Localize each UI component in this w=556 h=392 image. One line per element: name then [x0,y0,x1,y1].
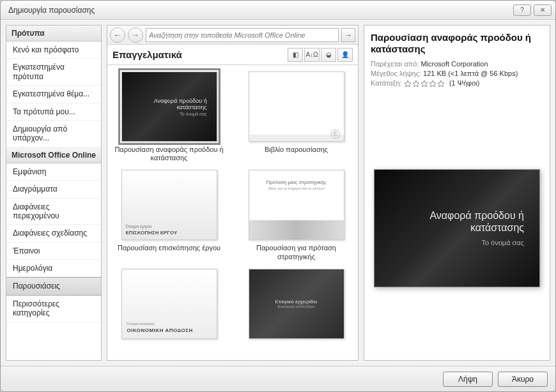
sidebar-item-featured[interactable]: Εμφάνιση [6,163,101,181]
template-tile-corporate-handbook[interactable]: Εταιρικό εγχειρίδιο Εισαγωγή υπαλλήλου [238,269,354,359]
rating-votes: (1 Ψήφοι) [449,79,480,87]
download-size-label: Μέγεθος λήψης: [371,70,421,77]
close-icon: ✕ [540,6,545,13]
provided-by-row: Παρέχεται από: Microsoft Corporation [371,60,543,68]
template-tile-strategy-proposal[interactable]: Πρόταση μιας στρατηγικής Ιδέες για το σή… [238,170,354,260]
thumb-text: ΕΠΙΣΚΟΠΗΣΗ ΕΡΓΟΥ [126,230,213,236]
sidebar-item-my-templates[interactable]: Τα πρότυπά μου... [6,103,101,121]
template-caption: Βιβλίο παρουσίασης [265,146,328,162]
template-tile-financial-performance[interactable]: Όνομα εταιρείας ΟΙΚΟΝΟΜΙΚΗ ΑΠΟΔΟΣΗ [111,269,227,359]
sidebar-item-installed-templates[interactable]: Εγκατεστημένα πρότυπα [6,59,101,86]
thumb-text: Όνομα έργου [126,224,213,229]
download-button[interactable]: Λήψη [443,372,493,387]
category-title: Επαγγελματικά [112,49,286,60]
thumb-text: Πρόταση μιας στρατηγικής [266,179,327,185]
sidebar-item-diagrams[interactable]: Διαγράμματα [6,181,101,198]
thumb-text: Το όνομά σας [131,112,206,116]
sidebar-header-templates: Πρότυπα [6,26,101,41]
thumb-text: Όνομα εταιρείας [127,322,212,326]
rating-row: Κατάταξη: (1 Ψήφοι) [371,79,543,87]
filter-button[interactable]: ◒ [321,48,336,62]
preview-body: Αναφορά προόδου ή κατάστασης Το όνομά σα… [371,89,543,354]
thumb-text: ΟΙΚΟΝΟΜΙΚΗ ΑΠΟΔΟΣΗ [127,328,212,333]
template-thumbnail: Όνομα εταιρείας ΟΙΚΟΝΟΜΙΚΗ ΑΠΟΔΟΣΗ [121,269,217,339]
slide-subtitle: Το όνομά σας [481,239,524,246]
template-tile-project-overview[interactable]: Όνομα έργου ΕΠΙΣΚΟΠΗΣΗ ΕΡΓΟΥ Παρουσίαση … [111,170,227,260]
help-icon: ? [520,6,524,13]
star-icon [404,80,412,87]
template-thumbnail: Πρόταση μιας στρατηγικής Ιδέες για το σή… [249,170,344,240]
template-thumbnail: ✆ [249,72,344,142]
content-area: Πρότυπα Κενό και πρόσφατο Εγκατεστημένα … [1,20,555,366]
sort-button[interactable]: A↓Ω [304,48,320,62]
provided-by-value: Microsoft Corporation [421,60,488,68]
help-button[interactable]: ? [513,4,531,16]
view-toggle-button[interactable]: ◧ [288,48,303,62]
template-panel: ← → → Επαγγελματικά ◧ A↓Ω ◒ 👤 Αναφορά πρ… [107,25,359,361]
preview-title: Παρουσίαση αναφοράς προόδου ή κατάστασης [371,32,543,55]
star-icon [421,80,428,87]
cancel-button[interactable]: Άκυρο [498,372,548,387]
person-icon: 👤 [341,51,349,58]
template-caption: Παρουσίαση αναφοράς προόδου ή κατάστασης [111,146,227,162]
thumb-text: Ιδέες για το σήμερα και το μέλλον [268,186,324,190]
view-icon: ◧ [293,51,298,58]
thumb-text: κατάστασης [131,104,206,110]
download-size-row: Μέγεθος λήψης: 121 KB (<1 λεπτά @ 56 Kbp… [371,70,543,77]
sidebar-item-more-categories[interactable]: Περισσότερες κατηγορίες [6,296,101,322]
arrow-right-icon: → [132,31,139,40]
sidebar-item-design-slides[interactable]: Διαφάνειες σχεδίασης [6,225,101,242]
sidebar-item-installed-themes[interactable]: Εγκατεστημένα θέμα... [6,86,101,103]
slide-title: Αναφορά προόδου ή κατάστασης [375,209,524,234]
rating-stars[interactable] [404,80,445,87]
sidebar-item-new-from-existing[interactable]: Δημιουργία από υπάρχον... [6,121,101,147]
search-go-button[interactable]: → [341,28,355,42]
back-button[interactable]: ← [110,27,125,43]
category-bar: Επαγγελματικά ◧ A↓Ω ◒ 👤 [107,45,358,65]
sidebar-item-calendars[interactable]: Ημερολόγια [6,260,101,277]
star-icon [412,80,420,87]
filter-icon: ◒ [326,51,332,58]
sidebar-item-blank-recent[interactable]: Κενό και πρόσφατο [6,41,101,59]
dialog-window: Δημιουργία παρουσίασης ? ✕ Πρότυπα Κενό … [0,0,556,392]
template-gallery[interactable]: Αναφορά προόδου ή κατάστασης Το όνομά σα… [107,65,358,360]
provided-by-label: Παρέχεται από: [371,60,419,68]
thumb-text: Αναφορά προόδου ή [131,98,206,104]
rating-label: Κατάταξη: [371,79,402,87]
download-size-value: 121 KB (<1 λεπτά @ 56 Kbps) [423,70,518,77]
dialog-footer: Λήψη Άκυρο [1,366,555,391]
forward-button[interactable]: → [128,27,143,43]
close-button[interactable]: ✕ [534,4,552,16]
template-thumbnail: Αναφορά προόδου ή κατάστασης Το όνομά σα… [121,72,217,142]
sidebar: Πρότυπα Κενό και πρόσφατο Εγκατεστημένα … [6,25,102,361]
template-tile-presentation-book[interactable]: ✆ Βιβλίο παρουσίασης [238,72,354,162]
user-submissions-button[interactable]: 👤 [337,48,353,62]
titlebar: Δημιουργία παρουσίασης ? ✕ [1,1,555,20]
thumb-text: Εταιρικό εγχειρίδιο [275,299,318,305]
template-caption: Παρουσίαση για πρόταση στρατηγικής [238,244,354,260]
go-arrow-icon: → [344,31,352,40]
nav-bar: ← → → [107,26,358,45]
template-thumbnail: Εταιρικό εγχειρίδιο Εισαγωγή υπαλλήλου [249,269,344,339]
star-icon [437,80,445,87]
phone-icon: ✆ [331,130,340,139]
template-tile-progress-report[interactable]: Αναφορά προόδου ή κατάστασης Το όνομά σα… [111,72,227,162]
template-caption: Παρουσίαση επισκόπησης έργου [118,244,220,260]
thumb-text: Εισαγωγή υπαλλήλου [278,305,315,308]
preview-panel: Παρουσίαση αναφοράς προόδου ή κατάστασης… [364,25,550,361]
sidebar-item-awards[interactable]: Έπαινοι [6,243,101,260]
sidebar-item-presentations[interactable]: Παρουσιάσεις [6,277,101,295]
star-icon [429,80,436,87]
slide-preview: Αναφορά προόδου ή κατάστασης Το όνομά σα… [374,169,540,287]
sidebar-header-online: Microsoft Office Online [6,147,101,163]
template-thumbnail: Όνομα έργου ΕΠΙΣΚΟΠΗΣΗ ΕΡΓΟΥ [121,170,217,240]
window-title: Δημιουργία παρουσίασης [8,6,511,15]
sort-icon: A↓Ω [305,51,318,58]
sidebar-item-content-slides[interactable]: Διαφάνειες περιεχομένου [6,199,101,225]
arrow-left-icon: ← [114,31,121,40]
search-input[interactable] [146,28,339,42]
